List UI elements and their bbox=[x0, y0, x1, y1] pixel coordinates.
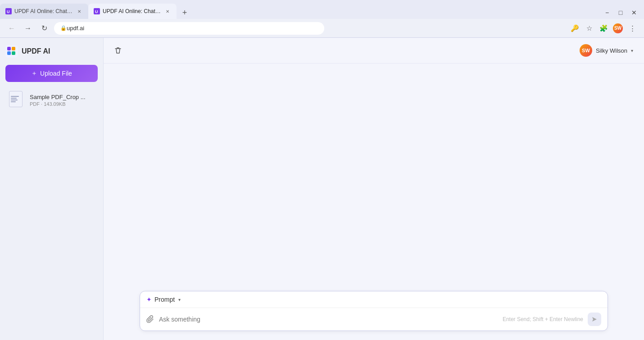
input-top-bar: ✦ Prompt ▾ bbox=[140, 291, 608, 308]
address-input[interactable]: 🔒 updf.ai bbox=[54, 22, 324, 35]
refresh-button[interactable]: ↻ bbox=[38, 22, 50, 35]
file-icon bbox=[9, 91, 25, 109]
sidebar: UPDF AI ＋ Upload File Sample PDF_Crop ..… bbox=[0, 38, 104, 340]
tab-2-close[interactable]: ✕ bbox=[164, 8, 171, 15]
tab-2-title: UPDF AI Online: Chat with PDF bbox=[103, 8, 161, 14]
svg-rect-8 bbox=[12, 51, 15, 55]
send-button[interactable] bbox=[588, 313, 601, 326]
password-manager-icon[interactable]: 🔑 bbox=[568, 22, 581, 35]
chat-input[interactable] bbox=[159, 316, 498, 323]
maximize-button[interactable]: □ bbox=[614, 6, 627, 19]
browser-chrome: U UPDF AI Online: Chat with PDF ✕ U UPDF… bbox=[0, 0, 644, 38]
address-bar: ← → ↻ 🔒 updf.ai 🔑 ☆ 🧩 SW ⋮ bbox=[0, 19, 644, 38]
svg-rect-5 bbox=[7, 47, 11, 50]
app-container: UPDF AI ＋ Upload File Sample PDF_Crop ..… bbox=[0, 38, 644, 340]
file-item[interactable]: Sample PDF_Crop ... PDF · 143.09KB bbox=[5, 87, 98, 113]
close-button[interactable]: ✕ bbox=[628, 6, 640, 19]
user-name: Silky Wilson bbox=[596, 47, 627, 54]
profile-icon[interactable]: SW bbox=[612, 22, 624, 35]
window-controls: − □ ✕ bbox=[601, 6, 644, 19]
tab-2[interactable]: U UPDF AI Online: Chat with PDF ✕ bbox=[88, 4, 177, 19]
prompt-chevron-icon[interactable]: ▾ bbox=[178, 297, 181, 302]
user-info[interactable]: SW Silky Wilson ▾ bbox=[576, 42, 637, 59]
sidebar-logo-text: UPDF AI bbox=[22, 47, 50, 55]
address-text: updf.ai bbox=[67, 25, 84, 32]
extension-icon[interactable]: 🧩 bbox=[597, 22, 610, 35]
input-box: ✦ Prompt ▾ Enter Send; Shift + Enter New… bbox=[140, 291, 608, 331]
sparkle-icon: ✦ bbox=[146, 296, 152, 303]
sidebar-logo: UPDF AI bbox=[5, 43, 98, 59]
avatar: SW bbox=[580, 44, 592, 57]
chat-area bbox=[104, 63, 644, 286]
input-area: ✦ Prompt ▾ Enter Send; Shift + Enter New… bbox=[104, 286, 644, 340]
delete-button[interactable] bbox=[111, 43, 125, 58]
forward-button[interactable]: → bbox=[22, 22, 34, 35]
trash-icon bbox=[114, 46, 122, 54]
file-meta: PDF · 143.09KB bbox=[30, 101, 94, 107]
send-icon bbox=[591, 316, 598, 322]
tab-favicon-2: U bbox=[94, 8, 100, 14]
svg-rect-4 bbox=[5, 45, 18, 58]
chevron-down-icon: ▾ bbox=[631, 48, 633, 53]
updf-logo-icon bbox=[5, 45, 18, 58]
tab-bar: U UPDF AI Online: Chat with PDF ✕ U UPDF… bbox=[0, 0, 644, 19]
upload-icon: ＋ bbox=[31, 69, 37, 77]
upload-button-label: Upload File bbox=[40, 70, 72, 77]
main-content: SW Silky Wilson ▾ ✦ Prompt ▾ bbox=[104, 38, 644, 340]
menu-icon[interactable]: ⋮ bbox=[626, 22, 639, 35]
new-tab-button[interactable]: + bbox=[178, 6, 191, 19]
svg-text:U: U bbox=[95, 9, 98, 14]
bookmark-icon[interactable]: ☆ bbox=[583, 22, 595, 35]
input-hint: Enter Send; Shift + Enter Newline bbox=[503, 316, 583, 322]
svg-rect-6 bbox=[12, 47, 15, 50]
secure-icon: 🔒 bbox=[60, 25, 67, 31]
minimize-button[interactable]: − bbox=[601, 6, 613, 19]
svg-text:U: U bbox=[7, 9, 10, 14]
tab-1-title: UPDF AI Online: Chat with PDF bbox=[14, 8, 73, 14]
attach-button[interactable] bbox=[146, 315, 154, 323]
paperclip-icon bbox=[146, 315, 154, 323]
file-name: Sample PDF_Crop ... bbox=[30, 94, 94, 100]
browser-actions: 🔑 ☆ 🧩 SW ⋮ bbox=[568, 22, 639, 35]
input-bottom-bar: Enter Send; Shift + Enter Newline bbox=[140, 308, 608, 331]
back-button[interactable]: ← bbox=[5, 22, 18, 35]
tab-favicon-1: U bbox=[5, 8, 12, 14]
file-info: Sample PDF_Crop ... PDF · 143.09KB bbox=[30, 94, 94, 107]
main-header: SW Silky Wilson ▾ bbox=[104, 38, 644, 63]
svg-rect-7 bbox=[7, 51, 11, 55]
tab-1-close[interactable]: ✕ bbox=[76, 8, 83, 15]
tab-1[interactable]: U UPDF AI Online: Chat with PDF ✕ bbox=[0, 4, 88, 19]
upload-file-button[interactable]: ＋ Upload File bbox=[5, 65, 98, 82]
prompt-label: Prompt bbox=[154, 296, 175, 303]
